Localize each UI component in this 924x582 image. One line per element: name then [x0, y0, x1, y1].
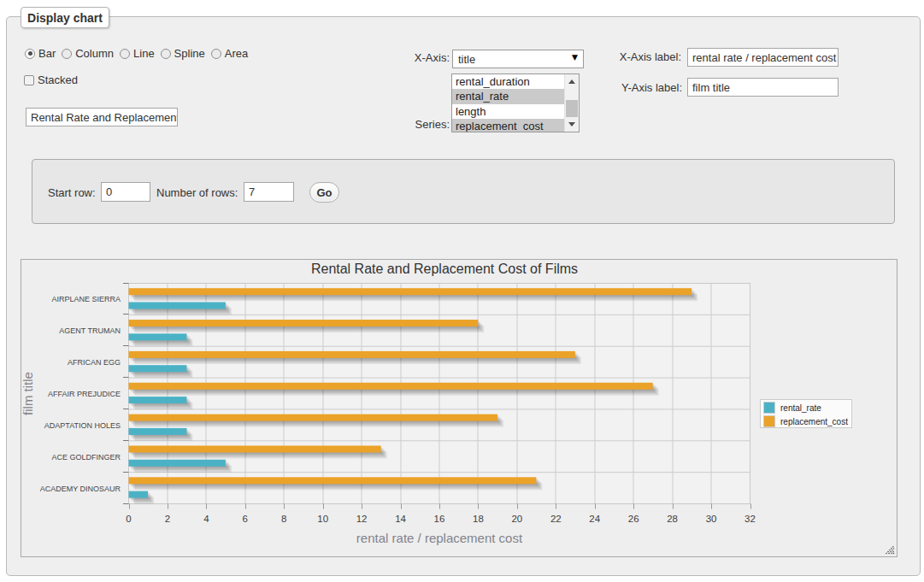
radio-label: Bar — [38, 47, 56, 60]
y-axis-label-label: Y-Axis label: — [547, 81, 682, 94]
chart-title-input[interactable]: Rental Rate and Replacement Cost of Film… — [26, 108, 178, 126]
stacked-checkbox[interactable] — [24, 75, 34, 85]
x-tick-label: 30 — [706, 514, 717, 524]
stacked-checkbox-row[interactable]: Stacked — [24, 73, 78, 86]
bar-rental_rate — [129, 333, 187, 340]
category-label: AIRPLANE SIERRA — [51, 295, 121, 303]
series-option-replacement_cost[interactable]: replacement_cost — [452, 119, 564, 132]
x-axis-select-value: title — [458, 53, 475, 66]
x-axis-select-label: X-Axis: — [364, 51, 450, 64]
x-tick-label: 32 — [744, 514, 756, 524]
x-tick-label: 2 — [165, 514, 170, 524]
radio-area[interactable] — [211, 49, 221, 59]
x-tick-label: 26 — [628, 514, 639, 524]
bar-replacement_cost — [129, 288, 692, 295]
legend-swatch-replacement_cost — [764, 416, 775, 427]
bar-rental_rate — [129, 491, 148, 498]
bar-replacement_cost — [129, 320, 479, 326]
radio-spline[interactable] — [161, 49, 171, 59]
start-row-input[interactable]: 0 — [101, 182, 150, 202]
page: Display chart BarColumnLineSplineArea St… — [0, 0, 924, 582]
chart-title: Rental Rate and Replacement Cost of Film… — [311, 262, 578, 276]
bar-rental_rate — [129, 397, 187, 403]
go-button[interactable]: Go — [309, 182, 339, 203]
category-label: AFRICAN EGG — [68, 358, 121, 367]
chart-type-radio-column[interactable]: Column — [62, 47, 114, 60]
bar-chart: 02468101214161820222426283032AIRPLANE SI… — [21, 260, 897, 556]
x-tick-label: 6 — [243, 514, 248, 524]
category-labels: AIRPLANE SIERRAAGENT TRUMANAFRICAN EGGAF… — [40, 295, 121, 492]
category-label: AFFAIR PREJUDICE — [48, 390, 121, 398]
chart-type-radio-spline[interactable]: Spline — [161, 47, 205, 60]
x-tick-label: 14 — [395, 514, 406, 524]
fieldset-legend: Display chart — [21, 7, 109, 28]
radio-label: Area — [225, 47, 248, 60]
scroll-down-icon — [568, 122, 575, 126]
y-axis-title: film title — [21, 372, 35, 415]
series-label: Series: — [364, 118, 450, 131]
x-tick-label: 20 — [511, 514, 522, 524]
category-label: ACE GOLDFINGER — [51, 453, 121, 461]
chart-legend: rental_ratereplacement_cost — [761, 400, 852, 428]
legend-label: rental_rate — [780, 403, 821, 413]
chart-type-radio-bar[interactable]: Bar — [25, 47, 56, 60]
x-tick-label: 10 — [317, 514, 328, 524]
number-of-rows-label: Number of rows: — [156, 186, 241, 199]
x-tick-label: 24 — [589, 514, 600, 524]
bar-rental_rate — [129, 428, 187, 435]
radio-label: Column — [75, 47, 114, 60]
radio-label: Line — [133, 47, 155, 60]
chart-type-radio-area[interactable]: Area — [211, 47, 248, 60]
scrollbar-thumb[interactable] — [566, 100, 578, 118]
bar-replacement_cost — [129, 383, 653, 390]
category-label: ACADEMY DINOSAUR — [40, 485, 121, 493]
x-axis-label-label: X-Axis label: — [547, 50, 681, 63]
chart-type-radio-line[interactable]: Line — [120, 47, 155, 60]
bar-rental_rate — [129, 303, 226, 309]
y-axis-ticks — [123, 284, 129, 504]
legend-swatch-rental_rate — [764, 403, 775, 414]
legend-label: replacement_cost — [780, 417, 848, 426]
bar-replacement_cost — [129, 445, 381, 452]
radio-line[interactable] — [120, 49, 130, 59]
x-axis-title: rental rate / replacement cost — [356, 531, 523, 545]
bar-rental_rate — [129, 365, 187, 372]
scroll-down-button[interactable] — [565, 117, 579, 132]
number-of-rows-input[interactable]: 7 — [244, 182, 294, 202]
chart-container: 02468101214161820222426283032AIRPLANE SI… — [21, 259, 898, 557]
bar-replacement_cost — [129, 351, 575, 358]
x-tick-labels: 02468101214161820222426283032 — [126, 514, 756, 524]
bar-rental_rate — [129, 460, 226, 467]
x-axis-ticks — [130, 504, 751, 509]
x-tick-label: 4 — [203, 514, 209, 524]
x-tick-label: 16 — [434, 514, 445, 524]
x-tick-label: 12 — [356, 514, 368, 524]
fieldset-legend-text: Display chart — [27, 11, 103, 25]
x-tick-label: 22 — [550, 514, 562, 524]
stacked-label: Stacked — [38, 73, 78, 86]
radio-bar[interactable] — [25, 49, 35, 59]
category-label: AGENT TRUMAN — [59, 326, 121, 335]
series-option-length[interactable]: length — [452, 104, 564, 119]
y-axis-label-input[interactable]: film title — [687, 78, 839, 97]
resize-grip-icon[interactable] — [885, 544, 895, 555]
bar-replacement_cost — [129, 414, 497, 421]
radio-label: Spline — [174, 47, 205, 60]
radio-column[interactable] — [62, 49, 72, 59]
bar-replacement_cost — [129, 477, 537, 484]
x-tick-label: 28 — [667, 514, 678, 524]
chart-type-radio-group: BarColumnLineSplineArea — [25, 48, 254, 59]
x-tick-label: 18 — [473, 514, 484, 524]
x-tick-label: 0 — [126, 514, 131, 524]
category-label: ADAPTATION HOLES — [44, 421, 121, 430]
x-axis-label-input[interactable]: rental rate / replacement cost — [687, 48, 839, 67]
x-tick-label: 8 — [281, 514, 286, 524]
